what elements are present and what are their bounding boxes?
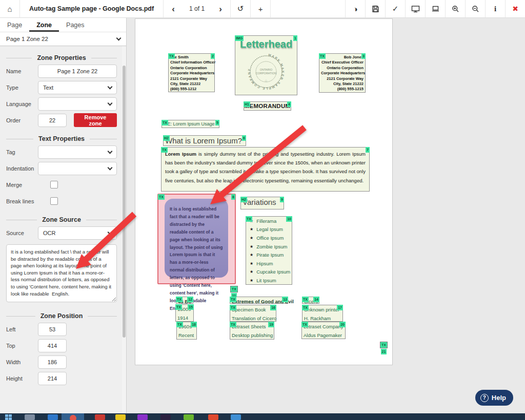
top-input[interactable]	[38, 339, 67, 352]
desktop-preview-button[interactable]	[406, 0, 425, 17]
doc-zone-13[interactable]: TX13Extremes of Good and Evil	[230, 297, 288, 304]
left-input[interactable]	[38, 323, 67, 336]
zone-text-line: H. Rackham	[302, 314, 342, 323]
letterhead-stamp: MARK MAKER SAMPLE COMPANYONTARIOCORPORAT…	[236, 50, 296, 93]
tab-page[interactable]: Page	[0, 18, 29, 32]
taskbar-app-icon[interactable]	[48, 414, 58, 420]
doc-zone-12[interactable]: TX1245 BC	[176, 297, 193, 304]
indentation-select[interactable]	[38, 162, 117, 175]
name-input[interactable]	[38, 65, 117, 78]
zone-number-badge: 13	[282, 297, 288, 302]
doc-zone-5[interactable]: TX5RE: Lorem Ipsum Usage	[161, 120, 219, 128]
close-button[interactable]: ✖	[506, 0, 525, 17]
zoom-in-button[interactable]	[446, 0, 465, 17]
doc-zone-10[interactable]: TX10★Fillerama★Legal Ipsum★Office Ipsum★…	[246, 216, 292, 285]
taskbar-active-app[interactable]	[62, 413, 84, 420]
zone-selector-dropdown[interactable]: Page 1 Zone 22	[0, 32, 126, 46]
doc-zone-21[interactable]: TX21	[380, 342, 388, 354]
tab-zone[interactable]: Zone	[29, 18, 59, 32]
height-input[interactable]	[38, 372, 67, 385]
zone-number-badge: 21	[381, 349, 387, 354]
zone-number-badge: 19	[268, 322, 274, 327]
zone-number-badge: 4	[287, 101, 291, 107]
scrollbar-thumb[interactable]	[123, 66, 126, 338]
tag-label: Tag	[6, 149, 38, 155]
doc-zone-15[interactable]: TX151500s1914	[175, 304, 194, 322]
contrast-icon: ◑	[353, 5, 357, 13]
help-button[interactable]: ? Help	[475, 390, 513, 406]
top-label: Top	[6, 343, 38, 349]
zone-text-line: 2121 Corporate Way	[319, 76, 365, 81]
order-input[interactable]	[38, 114, 67, 127]
doc-zone-8[interactable]: TX8It is a long established fact that a …	[157, 194, 236, 284]
mobile-preview-button[interactable]	[426, 0, 445, 17]
tab-pages[interactable]: Pages	[59, 18, 91, 32]
zone-text-line: 2121 Corporate Way	[169, 76, 214, 81]
zone-tag-badge: TX	[230, 286, 238, 292]
doc-zone-19[interactable]: TX19Letraset SheetsDesktop publishing	[230, 322, 274, 340]
document-title: Auto-tag Sample page - Google Docs.pdf	[20, 0, 163, 17]
zone-tag-badge: TX	[176, 322, 183, 327]
start-button[interactable]	[5, 414, 12, 420]
type-label: Type	[6, 85, 38, 91]
validate-button[interactable]: ✓	[386, 0, 405, 17]
previous-page-button[interactable]: ‹	[164, 0, 183, 17]
doc-zone-14[interactable]: TX14Cicero	[302, 297, 319, 304]
zone-text-line: City, State 21222	[169, 81, 214, 87]
type-select[interactable]: Text	[38, 81, 117, 94]
sidebar: Page Zone Pages Page 1 Zone 22 Zone Prop…	[0, 18, 127, 413]
contrast-button[interactable]: ◑	[346, 0, 365, 17]
break-lines-label: Break lines	[6, 198, 38, 204]
rotate-button[interactable]: ↺	[231, 0, 250, 17]
doc-zone-2[interactable]: TX2Joe SmithChief Information OfficerOnt…	[168, 53, 215, 92]
remove-zone-button[interactable]: Remove zone	[74, 113, 117, 127]
tag-select[interactable]	[38, 145, 117, 159]
chevron-down-icon	[108, 100, 113, 106]
taskbar-app-icon[interactable]	[25, 414, 35, 420]
doc-zone-18[interactable]: TX181960sRecent	[176, 322, 197, 340]
doc-zone-7[interactable]: TX7Lorem Ipsum is simply dummy text of t…	[161, 147, 370, 192]
source-select[interactable]: OCR	[38, 226, 117, 240]
doc-zone-17[interactable]: TX17Unknown printerH. Rackham	[302, 305, 343, 322]
zone-text-line: (800) 555-1212	[169, 87, 214, 92]
doc-zone-6[interactable]: H26What is Lorem Ipsum?	[163, 135, 246, 146]
doc-zone-20[interactable]: TX20Letraset CompanyAldus Pagemaker	[301, 322, 346, 339]
doc-zone-1[interactable]: IMG1LetterheadMARK MAKER SAMPLE COMPANYO…	[235, 35, 297, 95]
doc-zone-4[interactable]: H14MEMORANDUM	[244, 101, 291, 111]
break-lines-checkbox[interactable]	[50, 197, 58, 205]
zone-number-badge: 3	[361, 53, 366, 59]
taskbar-app-icon[interactable]	[160, 414, 171, 420]
zone-tag-badge: TX	[175, 304, 182, 310]
taskbar-app-icon[interactable]	[208, 414, 218, 420]
doc-zone-16[interactable]: TX16Specimen BookTranslation of Cicero	[230, 305, 276, 322]
merge-checkbox[interactable]	[50, 181, 58, 188]
info-button[interactable]: i	[486, 0, 505, 17]
doc-zone-3[interactable]: TX3Bob JonesChief Executive OfficerOntar…	[319, 53, 366, 93]
zoom-out-button[interactable]	[466, 0, 485, 17]
source-value: OCR	[43, 230, 55, 236]
add-zone-button[interactable]: +	[251, 0, 270, 17]
chevron-down-icon	[116, 36, 122, 41]
list-item-text: Fillerama	[256, 218, 276, 224]
taskbar-app-icon[interactable]	[184, 414, 194, 420]
save-button[interactable]	[366, 0, 385, 17]
next-page-button[interactable]: ›	[211, 0, 230, 17]
width-input[interactable]	[38, 355, 67, 369]
windows-taskbar[interactable]	[0, 413, 525, 420]
taskbar-app-icon[interactable]	[231, 414, 241, 420]
zone-tag-badge: TX	[302, 305, 309, 310]
zone-tag-badge: TX	[161, 120, 168, 125]
zone-number-badge: 9	[280, 197, 284, 202]
ocr-text-area[interactable]: It is a long established fact \ that a r…	[6, 244, 117, 302]
taskbar-app-icon[interactable]	[95, 414, 105, 420]
zone-number-badge: 12	[187, 297, 193, 302]
taskbar-app-icon[interactable]	[137, 414, 148, 420]
zone-tag-badge: TX	[301, 322, 308, 327]
language-select[interactable]	[38, 97, 117, 111]
zoom-in-icon	[452, 5, 459, 13]
selected-zone-text: It is a long established fact that a rea…	[165, 199, 228, 278]
help-label: Help	[492, 394, 506, 402]
home-button[interactable]: ⌂	[0, 0, 19, 17]
doc-zone-9[interactable]: H29Variations	[240, 197, 284, 209]
taskbar-app-icon[interactable]	[115, 414, 126, 420]
